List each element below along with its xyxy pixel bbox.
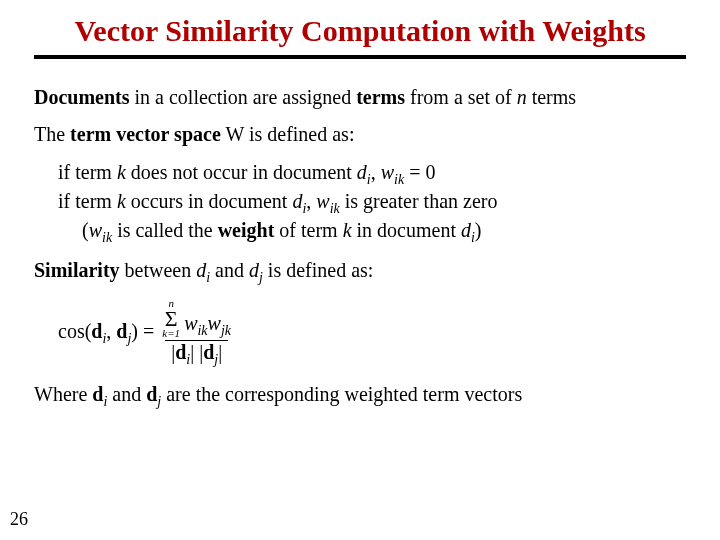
sigma-icon: n Σ k=1 xyxy=(162,299,180,339)
formula-fraction: n Σ k=1 wikwjk |di| |dj| xyxy=(162,299,231,367)
word-documents: Documents xyxy=(34,86,130,108)
formula-cosine: cos(di, dj) = n Σ k=1 wikwjk |di| |dj| xyxy=(58,299,686,367)
line-similarity: Similarity between di and dj is defined … xyxy=(34,258,686,287)
slide-title: Vector Similarity Computation with Weigh… xyxy=(34,14,686,49)
slide-body: Documents in a collection are assigned t… xyxy=(34,85,686,411)
formula-numerator: n Σ k=1 wikwjk xyxy=(162,299,231,339)
word-term-vector-space: term vector space xyxy=(70,123,221,145)
title-rule xyxy=(34,55,686,59)
slide: Vector Similarity Computation with Weigh… xyxy=(0,0,720,432)
condition-2: if term k occurs in document di, wik is … xyxy=(58,189,686,218)
formula-product: wikwjk xyxy=(184,313,231,339)
var-n: n xyxy=(517,86,527,108)
formula-denominator: |di| |dj| xyxy=(165,340,228,368)
page-number: 26 xyxy=(10,509,28,530)
word-weight: weight xyxy=(218,219,275,241)
conditions-block: if term k does not occur in document di,… xyxy=(34,160,686,247)
condition-1: if term k does not occur in document di,… xyxy=(58,160,686,189)
line-where: Where di and dj are the corresponding we… xyxy=(34,382,686,411)
word-terms: terms xyxy=(356,86,405,108)
formula-lhs: cos(di, dj) = xyxy=(58,319,154,348)
word-similarity: Similarity xyxy=(34,259,120,281)
condition-3: (wik is called the weight of term k in d… xyxy=(82,218,686,247)
line-vectorspace: The term vector space W is defined as: xyxy=(34,122,686,148)
line-documents: Documents in a collection are assigned t… xyxy=(34,85,686,111)
